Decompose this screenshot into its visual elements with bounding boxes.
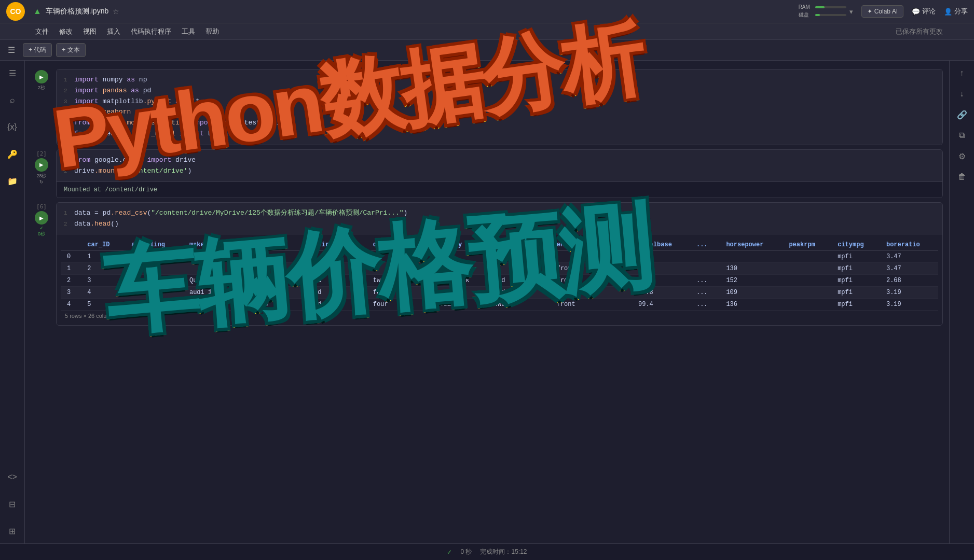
- share-button[interactable]: 👤 分享: [944, 7, 968, 16]
- sidebar-variables-icon[interactable]: {x}: [4, 119, 21, 135]
- menu-runtime[interactable]: 代码执行程序: [127, 25, 175, 38]
- sidebar-search-icon[interactable]: ⌕: [4, 92, 21, 108]
- add-code-button[interactable]: + 代码: [23, 43, 52, 57]
- dropdown-icon[interactable]: ▾: [849, 8, 853, 16]
- complete-time: 完成时间：15:12: [480, 548, 527, 556]
- sidebar-scratch-icon[interactable]: ⊞: [4, 523, 21, 539]
- comment-button[interactable]: 💬 评论: [912, 7, 936, 16]
- cell-1-code[interactable]: 1import numpy as np 2import pandas as pd…: [57, 69, 942, 145]
- link-icon[interactable]: 🔗: [954, 106, 970, 123]
- cell-1: ▶ 2秒 1import numpy as np 2import pandas …: [25, 67, 949, 147]
- colab-logo-text: CO: [10, 7, 21, 16]
- cell-1-controls: ▶ 2秒: [31, 69, 52, 91]
- ram-bar: [815, 6, 846, 8]
- cell-1-run-button[interactable]: ▶: [35, 70, 48, 83]
- right-action-bar: ↑ ↓ 🔗 ⧉ ⚙ 🗑: [949, 61, 974, 543]
- cell-2-output: Mounted at /content/drive: [57, 181, 942, 198]
- cell-2-controls: [2] ▶ 28秒↻: [31, 149, 52, 185]
- exec-time: 0 秒: [460, 548, 472, 556]
- cell-2-code[interactable]: 1from google.colab import drive 2drive.m…: [57, 150, 942, 182]
- table-row: 452audi 100lsgasstdfoursedan4wdfront99.4…: [61, 298, 938, 310]
- notebook-content: ▶ 2秒 1import numpy as np 2import pandas …: [25, 61, 949, 543]
- cell-2-body: 1from google.colab import drive 2drive.m…: [56, 149, 943, 199]
- cell-1-exec-info: 2秒: [38, 85, 45, 91]
- menu-view[interactable]: 视图: [79, 25, 101, 38]
- sidebar-code-snippets-icon[interactable]: <>: [4, 469, 21, 485]
- col-boreratio: boreratio: [880, 239, 938, 251]
- col-carbody: carbody: [430, 239, 488, 251]
- colab-ai-label: Colab AI: [874, 8, 898, 15]
- cell-3: [6] ▶ ✓0秒 1data = pd.read_csv("/content/…: [25, 200, 949, 328]
- ram-disk-indicator: RAM 磁盘 ▾: [799, 4, 853, 19]
- disk-label: 磁盘: [799, 11, 813, 19]
- share-label: 分享: [954, 7, 968, 16]
- col-wheelbase: wheelbase: [632, 239, 690, 251]
- col-make: make: [183, 239, 251, 251]
- ram-label: RAM: [799, 4, 813, 10]
- col-drivewheel: drivewheel: [488, 239, 551, 251]
- cell-3-controls: [6] ▶ ✓0秒: [31, 202, 52, 237]
- table-row: 342audi 100 lsgasstdfoursedanfwdfront99.…: [61, 286, 938, 298]
- cell-2-exec-info: 28秒↻: [36, 173, 46, 185]
- saved-status: 已保存所有更改: [896, 27, 943, 36]
- move-down-icon[interactable]: ↓: [954, 86, 970, 102]
- cell-2: [2] ▶ 28秒↻ 1from google.colab import dri…: [25, 147, 949, 201]
- col-horsepower: horsepower: [720, 239, 783, 251]
- settings-icon[interactable]: ⚙: [954, 148, 970, 164]
- col-symboling: symboling: [125, 239, 183, 251]
- comment-label: 评论: [922, 7, 936, 16]
- cell-3-run-button[interactable]: ▶: [35, 211, 48, 225]
- cell-1-body: 1import numpy as np 2import pandas as pd…: [56, 69, 943, 145]
- copy-icon[interactable]: ⧉: [954, 127, 970, 144]
- sidebar-toc-icon[interactable]: ☰: [4, 65, 21, 81]
- col-aspiration: aspiration: [304, 239, 367, 251]
- cell-2-number: [2]: [36, 150, 47, 157]
- status-bar: ✓ 0 秒 完成时间：15:12: [0, 543, 974, 560]
- disk-bar: [815, 14, 846, 16]
- cell-3-exec-info: ✓0秒: [38, 226, 45, 237]
- table-row: 231Quadri...gasstdtwohatchbackrwdfront94…: [61, 274, 938, 286]
- menu-bar: 文件 修改 视图 插入 代码执行程序 工具 帮助 已保存所有更改: [0, 23, 974, 40]
- sidebar-terminal-icon[interactable]: ⊟: [4, 496, 21, 512]
- colab-ai-button[interactable]: ✦ Colab AI: [861, 5, 903, 18]
- cell-3-code[interactable]: 1data = pd.read_csv("/content/drive/MyDr…: [57, 203, 942, 235]
- title-bar: CO ▲ 车辆价格预测.ipynb ☆ RAM 磁盘 ▾ ✦ Colab AI: [0, 0, 974, 23]
- add-text-button[interactable]: + 文本: [56, 43, 85, 57]
- left-sidebar: ☰ ⌕ {x} 🔑 📁 <> ⊟ ⊞: [0, 61, 25, 543]
- col-doornumber: doornumber: [367, 239, 430, 251]
- drive-icon: ▲: [33, 7, 42, 16]
- colab-logo: CO: [6, 2, 25, 21]
- table-row: 013gasmpfi3.47: [61, 250, 938, 262]
- move-up-icon[interactable]: ↑: [954, 65, 970, 81]
- status-check-icon: ✓: [447, 549, 452, 556]
- sidebar-toggle-button[interactable]: ☰: [4, 43, 19, 58]
- ai-star-icon: ✦: [867, 8, 872, 15]
- menu-edit[interactable]: 修改: [55, 25, 77, 38]
- share-icon: 👤: [944, 8, 952, 16]
- cell-2-run-button[interactable]: ▶: [35, 158, 48, 172]
- col-fueltype: fueltype: [251, 239, 304, 251]
- toolbar: ☰ + 代码 + 文本: [0, 40, 974, 61]
- comment-icon: 💬: [912, 8, 920, 16]
- col-engineloc: enginelocation: [551, 239, 632, 251]
- title-right-actions: RAM 磁盘 ▾ ✦ Colab AI 💬 评论 👤 分享: [799, 4, 968, 19]
- sidebar-secrets-icon[interactable]: 🔑: [4, 146, 21, 162]
- menu-insert[interactable]: 插入: [103, 25, 125, 38]
- col-dots: ...: [690, 239, 720, 251]
- col-citympg: citympg: [831, 239, 880, 251]
- menu-help[interactable]: 帮助: [201, 25, 223, 38]
- file-title: ▲ 车辆价格预测.ipynb ☆: [33, 7, 119, 16]
- cell-3-table-output: car_ID symboling make fueltype aspiratio…: [57, 235, 942, 325]
- star-icon[interactable]: ☆: [113, 7, 119, 16]
- delete-icon[interactable]: 🗑: [954, 169, 970, 185]
- cell-3-number: [6]: [36, 203, 47, 210]
- main-layout: ☰ ⌕ {x} 🔑 📁 <> ⊟ ⊞ ▶ 2秒 1import numpy as…: [0, 61, 974, 543]
- menu-tools[interactable]: 工具: [177, 25, 199, 38]
- col-index: [61, 239, 81, 251]
- menu-file[interactable]: 文件: [31, 25, 53, 38]
- data-table: car_ID symboling make fueltype aspiratio…: [61, 239, 938, 311]
- col-car_id: car_ID: [81, 239, 125, 251]
- sidebar-files-icon[interactable]: 📁: [4, 173, 21, 189]
- table-row: 123front130mpfi3.47: [61, 262, 938, 274]
- notebook-title[interactable]: 车辆价格预测.ipynb: [46, 7, 108, 16]
